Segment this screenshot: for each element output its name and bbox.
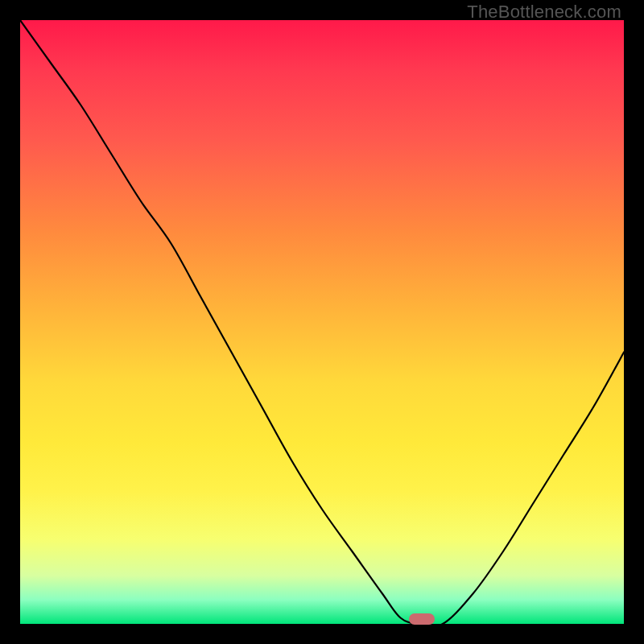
outer-frame: TheBottleneck.com <box>0 0 644 644</box>
optimal-marker <box>409 613 435 625</box>
bottleneck-curve-path <box>20 20 624 624</box>
bottleneck-curve-svg <box>20 20 624 624</box>
chart-plot-area <box>20 20 624 624</box>
